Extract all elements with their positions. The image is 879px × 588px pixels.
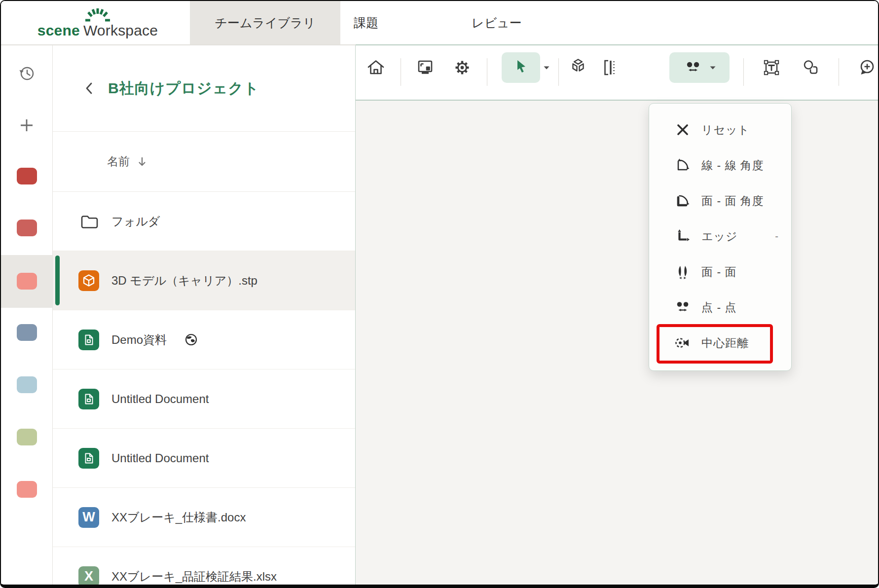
home-view-button[interactable] [365,57,387,78]
menu-item-face-face-angle[interactable]: 面 - 面 角度 [649,183,791,219]
section-plane-button[interactable] [599,57,621,78]
tab-issues[interactable]: 課題 [331,1,401,44]
toolbar-separator [558,58,559,86]
project-swatch-5[interactable] [1,376,52,393]
measure-dropdown-menu: リセット 線 - 線 角度 [649,103,792,371]
viewer-area: リセット 線 - 線 角度 [356,45,879,588]
file-name: XXブレーキ_品証検証結果.xlsx [111,569,277,585]
project-swatch-4[interactable] [1,324,52,341]
file-list: フォルダ 3D モデル（キャリア）.stp [53,192,355,588]
column-header-label: 名前 [107,154,130,169]
history-button[interactable] [1,64,52,82]
shape-annotation-icon [800,57,822,78]
tab-label: チームライブラリ [215,15,315,31]
swatch-color [17,429,37,445]
screen-share-button[interactable] [414,57,436,78]
project-swatch-2[interactable] [1,220,52,236]
center-distance-icon [674,334,692,351]
menu-item-suffix: - [775,231,778,242]
menu-item-reset[interactable]: リセット [649,112,791,147]
back-chevron-icon[interactable] [83,81,95,95]
menu-item-label: 点 - 点 [701,300,736,315]
menu-item-label: 面 - 面 [701,264,736,280]
toolbar-separator [743,58,744,86]
brand-suffix: Workspace [83,22,158,38]
file-row-untitled-2[interactable]: Untitled Document [53,429,355,488]
menu-item-face-face[interactable]: 面 - 面 [649,254,791,290]
select-tool-button-active[interactable] [502,52,540,83]
point-point-icon [674,299,692,316]
app-logo[interactable]: sceneWorkspace [38,4,157,42]
settings-gear-icon [451,57,473,78]
viewer-toolbar [356,45,879,101]
file-row-3d-model[interactable]: 3D モデル（キャリア）.stp [53,251,355,310]
file-row-folder[interactable]: フォルダ [53,192,355,251]
shared-globe-icon [184,333,198,346]
file-name: 3D モデル（キャリア）.stp [111,273,257,289]
sort-desc-icon[interactable] [137,156,147,168]
file-row-untitled-1[interactable]: Untitled Document [53,369,355,429]
menu-item-label: リセット [701,122,750,138]
file-row-demo-doc[interactable]: Demo資料 [53,310,355,369]
line-line-angle-icon [674,157,692,174]
select-cursor-icon [511,58,531,77]
document-file-icon [78,448,99,469]
tab-label: 課題 [354,15,378,31]
menu-item-label: エッジ [701,229,738,244]
swatch-color [17,220,37,236]
settings-button[interactable] [451,57,473,78]
chevron-down-icon [543,65,550,71]
text-annotation-button[interactable] [761,57,782,78]
top-nav: sceneWorkspace チームライブラリ 課題 レビュー [1,1,878,45]
menu-item-line-line-angle[interactable]: 線 - 線 角度 [649,147,791,183]
logo-rays-icon [81,7,114,22]
project-swatch-6[interactable] [1,429,52,445]
file-panel: B社向けプロジェクト 名前 フォルダ [53,45,356,588]
measure-point-point-icon [682,57,704,78]
file-row-docx[interactable]: W XXブレーキ_仕様書.docx [53,488,355,547]
shape-annotation-button[interactable] [800,57,822,78]
file-name: フォルダ [111,214,160,229]
file-row-xlsx[interactable]: X XXブレーキ_品証検証結果.xlsx [53,547,355,588]
3d-model-file-icon [78,270,99,291]
project-title: B社向けプロジェクト [108,78,259,99]
excel-file-icon: X [78,566,99,587]
file-name: XXブレーキ_仕様書.docx [111,510,246,525]
tab-review[interactable]: レビュー [452,1,541,44]
file-name: Untitled Document [111,451,209,465]
home-icon [365,57,387,78]
document-file-icon [78,330,99,350]
edge-icon [674,228,692,245]
swatch-color [17,168,37,184]
word-file-icon: W [78,507,99,528]
toolbar-separator [401,58,401,86]
toolbar-separator [487,58,487,86]
chevron-down-icon [709,65,717,71]
menu-item-point-point[interactable]: 点 - 点 [649,290,791,325]
document-file-icon [78,389,99,409]
project-swatch-7[interactable] [1,481,52,498]
project-swatch-3-selected[interactable] [1,273,52,290]
swatch-color [17,273,37,290]
menu-item-center-distance[interactable]: 中心距離 [649,325,791,361]
views-button[interactable] [567,57,589,78]
selected-indicator-bar [55,256,60,305]
brand-name: scene [37,22,80,38]
history-icon [17,64,36,82]
tab-team-library[interactable]: チームライブラリ [190,1,340,44]
measure-tool-button-active[interactable] [669,52,730,83]
project-swatch-1[interactable] [1,168,52,184]
menu-item-edge[interactable]: エッジ - [649,219,791,254]
folder-icon [78,211,99,232]
word-letter: W [82,510,95,525]
tab-label: レビュー [472,15,522,31]
toolbar-separator [839,58,839,86]
add-icon [17,116,36,135]
column-header-name[interactable]: 名前 [53,132,355,192]
screen-share-icon [414,57,436,78]
add-comment-pin-button[interactable] [856,57,878,78]
file-name: Untitled Document [111,392,209,406]
select-tool-dropdown-caret[interactable] [540,57,553,78]
add-button[interactable] [1,116,52,135]
views-cube-icon [567,57,589,78]
